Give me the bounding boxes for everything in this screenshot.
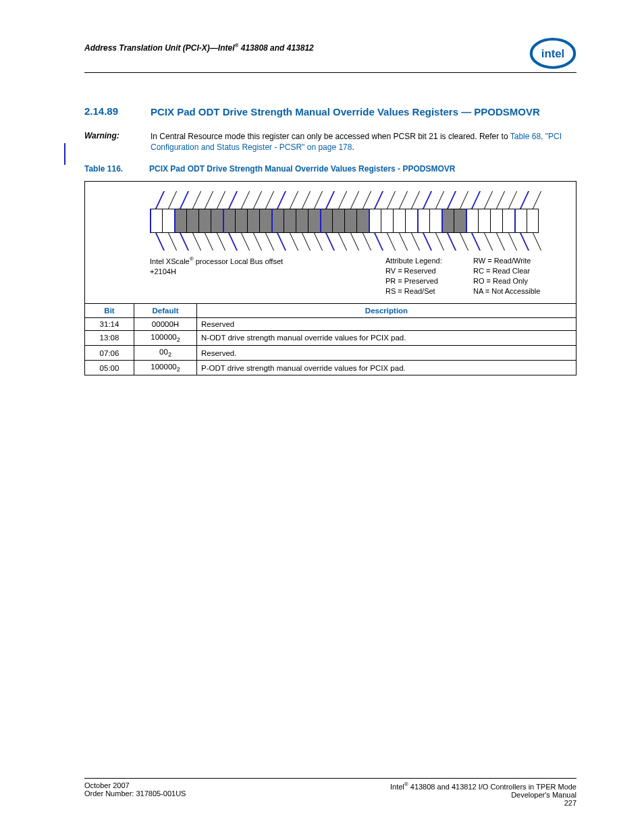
cell-desc: Reserved	[197, 317, 576, 330]
cell-desc: N-ODT drive strength manual override val…	[197, 330, 576, 345]
tick-bot	[533, 233, 541, 251]
bit-column	[198, 191, 211, 252]
svg-text:intel: intel	[541, 47, 565, 60]
bit-column	[441, 191, 454, 252]
bit-column	[478, 191, 490, 252]
bit-cell	[174, 209, 186, 233]
bit-cell	[332, 209, 344, 233]
bit-cell	[454, 209, 466, 233]
change-bar	[64, 143, 65, 165]
cell-default: 1000002	[134, 361, 197, 375]
legend-mid: Attribute Legend: RV = Reserved PR = Pre…	[385, 256, 473, 296]
bit-column	[490, 191, 502, 252]
bit-column	[271, 191, 284, 252]
bit-cell	[211, 209, 223, 233]
bit-column	[417, 191, 429, 252]
cell-desc: P-ODT drive strength manual override val…	[197, 361, 576, 375]
warning-text-b: .	[352, 142, 354, 152]
bit-cell	[186, 209, 198, 233]
legend-rv: RV = Reserved	[385, 267, 436, 275]
bit-cell	[478, 209, 490, 233]
page-header: Address Translation Unit (PCI-X)—Intel® …	[84, 37, 576, 73]
bit-cell	[308, 209, 320, 233]
warning-block: Warning: In Central Resource mode this r…	[84, 131, 576, 153]
bit-column	[332, 191, 344, 252]
bit-cell	[356, 209, 369, 233]
table-caption: Table 116. PCIX Pad ODT Drive Strength M…	[84, 164, 576, 175]
bit-cell	[344, 209, 356, 233]
section-heading: 2.14.89 PCIX Pad ODT Drive Strength Manu…	[84, 105, 576, 119]
legend-ro: RO = Read Only	[473, 277, 528, 285]
cell-bit: 07:06	[85, 345, 134, 360]
bit-cell	[284, 209, 296, 233]
bit-column	[393, 191, 405, 252]
bit-bar	[150, 191, 539, 252]
diagram-legend: Intel XScale® processor Local Bus offset…	[93, 256, 568, 296]
legend-left-a: Intel XScale	[150, 257, 190, 265]
footer-product-b: 413808 and 413812 I/O Controllers in TPE…	[408, 783, 576, 791]
bit-column	[527, 191, 539, 252]
footer-page: 227	[564, 799, 576, 807]
footer-order: Order Number: 317805-001US	[84, 789, 186, 798]
bit-cell	[247, 209, 259, 233]
cell-default: 00000H	[134, 317, 197, 330]
bit-column	[162, 191, 174, 252]
table-caption-number: Table 116.	[84, 164, 133, 175]
bit-column	[429, 191, 441, 252]
table-row: 31:1400000HReserved	[85, 317, 576, 330]
section-title: PCIX Pad ODT Drive Strength Manual Overr…	[151, 105, 540, 119]
bit-cell	[466, 209, 478, 233]
footer-doc: Developer's Manual	[511, 791, 576, 799]
legend-left-b: processor Local Bus offset	[194, 257, 283, 265]
section-number: 2.14.89	[84, 105, 132, 119]
cell-default: 1000002	[134, 330, 197, 345]
bit-column	[308, 191, 320, 252]
bit-cell	[417, 209, 429, 233]
footer-product-a: Intel	[390, 783, 404, 791]
bit-cell	[405, 209, 417, 233]
cell-bit: 05:00	[85, 361, 134, 375]
warning-text: In Central Resource mode this register c…	[151, 131, 576, 153]
bit-cell	[393, 209, 405, 233]
bit-column	[344, 191, 356, 252]
bit-cell	[320, 209, 332, 233]
bit-column	[223, 191, 235, 252]
legend-rw: RW = Read/Write	[473, 257, 531, 265]
bit-cell	[490, 209, 502, 233]
bit-column	[369, 191, 381, 252]
header-text-right: 413808 and 413812	[238, 43, 313, 53]
intel-logo-icon: intel	[529, 37, 576, 70]
table-row: 07:06002Reserved.	[85, 345, 576, 360]
bit-cell	[381, 209, 393, 233]
bit-cell	[502, 209, 514, 233]
bit-column	[320, 191, 332, 252]
footer-left: October 2007 Order Number: 317805-001US	[84, 781, 186, 807]
warning-label: Warning:	[84, 131, 132, 153]
th-bit: Bit	[85, 303, 134, 317]
table-caption-title: PCIX Pad ODT Drive Strength Manual Overr…	[149, 164, 455, 175]
legend-left-offset: +2104H	[150, 267, 176, 276]
bit-column	[174, 191, 186, 252]
bit-cell	[150, 209, 162, 233]
table-row: 05:001000002P-ODT drive strength manual …	[85, 361, 576, 375]
bit-cell	[514, 209, 527, 233]
bit-cell	[527, 209, 539, 233]
bit-column	[405, 191, 417, 252]
legend-rc: RC = Read Clear	[473, 267, 530, 275]
bit-column	[186, 191, 198, 252]
header-text-left: Address Translation Unit (PCI-X)—Intel	[84, 43, 234, 53]
bit-cell	[296, 209, 308, 233]
legend-mid-title: Attribute Legend:	[385, 257, 442, 265]
header-text: Address Translation Unit (PCI-X)—Intel® …	[84, 37, 314, 53]
footer-date: October 2007	[84, 781, 130, 789]
table-row: 13:081000002N-ODT drive strength manual …	[85, 330, 576, 345]
bit-column	[514, 191, 527, 252]
bit-column	[150, 191, 162, 252]
table-header-row: Bit Default Description	[85, 303, 576, 317]
bit-column	[296, 191, 308, 252]
register-diagram: Intel XScale® processor Local Bus offset…	[84, 181, 576, 303]
bit-column	[284, 191, 296, 252]
bit-cell	[429, 209, 441, 233]
bit-cell	[441, 209, 454, 233]
bit-cell	[271, 209, 284, 233]
